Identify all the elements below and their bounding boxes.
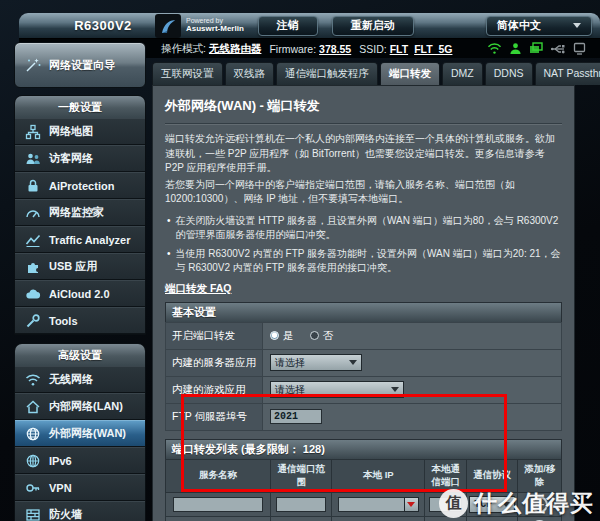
sidebar-item-label: Traffic Analyzer bbox=[49, 234, 131, 246]
port-range-input[interactable] bbox=[276, 497, 327, 512]
sidebar-item-aicloud[interactable]: AiCloud 2.0 bbox=[15, 280, 145, 307]
local-ip-input[interactable] bbox=[338, 497, 404, 512]
sidebar-item-tools[interactable]: Tools bbox=[15, 307, 145, 334]
cloud-icon bbox=[24, 286, 41, 302]
sidebar-item-label: USB 应用 bbox=[49, 259, 97, 274]
sidebar-item-vpn[interactable]: VPN bbox=[15, 474, 145, 501]
basic-config-table: 开启端口转发 是 否 内建的服务器应用 请选择 bbox=[165, 322, 562, 431]
sidebar: 网络设置向导 一般设置 网络地图 访客网络 AiProtection 网络监控家 bbox=[14, 42, 146, 521]
smzdm-logo-icon: 值 bbox=[439, 489, 468, 518]
tab-ddns[interactable]: DDNS bbox=[485, 62, 533, 85]
cell-port-range: 6800 bbox=[270, 516, 331, 521]
local-ip-dropdown-button[interactable] bbox=[404, 497, 419, 512]
sidebar-item-label: 外部网络(WAN) bbox=[49, 426, 126, 441]
globe-icon bbox=[24, 426, 41, 442]
network-map-icon bbox=[24, 124, 41, 140]
tab-nat-passthrough[interactable]: NAT Passthrough bbox=[535, 62, 600, 85]
merlin-logo-icon bbox=[155, 14, 181, 38]
router-model: R6300V2 bbox=[55, 18, 151, 33]
wifi-status-icon[interactable] bbox=[487, 42, 502, 55]
language-dropdown[interactable]: 简体中文 bbox=[486, 16, 592, 36]
radio-no-label: 否 bbox=[323, 329, 334, 343]
status-icons bbox=[487, 42, 586, 55]
language-label: 简体中文 bbox=[497, 18, 541, 33]
enable-radio-group: 是 否 bbox=[270, 329, 554, 343]
top-bar: R6300V2 Powered by Asuswrt-Merlin 注销 重新启… bbox=[19, 13, 600, 39]
tab-port-trigger[interactable]: 通信端口触发程序 bbox=[276, 62, 378, 85]
tab-internet-connection[interactable]: 互联网设置 bbox=[152, 62, 223, 85]
col-local-ip: 本地 IP bbox=[332, 459, 425, 492]
sidebar-item-traffic-analyzer[interactable]: Traffic Analyzer bbox=[15, 226, 145, 253]
enable-port-forwarding-label: 开启端口转发 bbox=[166, 322, 263, 349]
sidebar-item-lan[interactable]: 内部网络(LAN) bbox=[15, 393, 145, 420]
description-paragraph-2: 若您要为同一个网络中的客户端指定端口范围，请输入服务名称、端口范围（如 1020… bbox=[165, 178, 562, 207]
port-forwarding-faq-link[interactable]: 端口转发 FAQ bbox=[165, 282, 232, 296]
table-row: 内建的服务器应用 请选择 bbox=[166, 349, 562, 376]
radio-yes[interactable] bbox=[270, 331, 279, 340]
radio-no[interactable] bbox=[310, 331, 319, 340]
sidebar-item-usb-application[interactable]: USB 应用 bbox=[15, 253, 145, 280]
chevron-down-icon bbox=[407, 502, 415, 507]
table-row: 开启端口转发 是 否 bbox=[166, 322, 562, 349]
sidebar-item-network-map[interactable]: 网络地图 bbox=[15, 118, 145, 145]
clients-status-icon[interactable] bbox=[509, 42, 522, 55]
ssid-5g-link[interactable]: FLT_5G bbox=[414, 43, 452, 55]
usb-status-icon[interactable] bbox=[550, 43, 566, 55]
selected-option: 请选择 bbox=[275, 383, 305, 397]
vpn-icon bbox=[24, 480, 41, 496]
sidebar-item-label: IPv6 bbox=[49, 455, 72, 467]
guest-network-icon bbox=[24, 151, 41, 167]
sidebar-item-label: 防火墙 bbox=[49, 507, 82, 521]
logout-button[interactable]: 注销 bbox=[258, 16, 318, 36]
cell-local-ip: 192.168.0.10 bbox=[332, 516, 425, 521]
ssid-2g-link[interactable]: FLT bbox=[390, 43, 408, 55]
wan-tabs: 互联网设置 双线路 通信端口触发程序 端口转发 DMZ DDNS NAT Pas… bbox=[152, 62, 575, 85]
col-service-name: 服务名称 bbox=[166, 459, 271, 492]
sidebar-general-section: 一般设置 网络地图 访客网络 AiProtection 网络监控家 Traffi… bbox=[14, 95, 146, 335]
firmware-link[interactable]: 378.55 bbox=[319, 43, 351, 55]
merlin-branding: Powered by Asuswrt-Merlin bbox=[155, 14, 244, 38]
lock-icon bbox=[24, 178, 41, 194]
service-name-input[interactable] bbox=[173, 497, 263, 512]
sidebar-item-qos[interactable]: 网络监控家 bbox=[15, 199, 145, 226]
sidebar-item-wan[interactable]: 外部网络(WAN) bbox=[15, 420, 145, 447]
note-text: 当使用 R6300V2 内置的 FTP 服务器功能时，设置外网（WAN 端口）端… bbox=[176, 247, 562, 275]
sidebar-item-label: 无线网络 bbox=[49, 372, 93, 387]
sidebar-item-wireless[interactable]: 无线网络 bbox=[15, 366, 145, 393]
sidebar-item-aiprotection[interactable]: AiProtection bbox=[15, 172, 145, 199]
local-ip-combo bbox=[338, 497, 419, 512]
device-status-icon[interactable] bbox=[573, 42, 586, 55]
sidebar-item-quick-setup[interactable]: 网络设置向导 bbox=[14, 42, 146, 88]
famous-game-label: 内建的游戏应用 bbox=[166, 376, 263, 403]
table-row: FTP 伺服器埠号 bbox=[166, 403, 562, 430]
router-admin-page: R6300V2 Powered by Asuswrt-Merlin 注销 重新启… bbox=[0, 0, 600, 521]
printer-status-icon[interactable] bbox=[529, 42, 543, 55]
tab-dmz[interactable]: DMZ bbox=[442, 62, 483, 85]
bullet-dot: • bbox=[167, 247, 171, 275]
advanced-settings-header: 高级设置 bbox=[15, 344, 145, 366]
ftp-port-input[interactable] bbox=[270, 409, 322, 424]
sidebar-advanced-section: 高级设置 无线网络 内部网络(LAN) 外部网络(WAN) IPv6 VPN bbox=[14, 343, 146, 521]
col-port-range: 通信端口范围 bbox=[270, 459, 331, 492]
chart-line-icon bbox=[24, 232, 41, 248]
sidebar-item-firewall[interactable]: 防火墙 bbox=[15, 501, 145, 521]
sidebar-item-label: AiCloud 2.0 bbox=[49, 288, 110, 300]
op-mode-label: 操作模式: bbox=[161, 42, 206, 56]
sidebar-item-label: 网络监控家 bbox=[49, 205, 104, 220]
bullet-dot: • bbox=[167, 214, 171, 242]
famous-server-select[interactable]: 请选择 bbox=[270, 354, 362, 371]
house-icon bbox=[24, 399, 41, 415]
op-mode-link[interactable]: 无线路由器 bbox=[209, 42, 262, 56]
sidebar-item-ipv6[interactable]: IPv6 bbox=[15, 447, 145, 474]
tab-dual-wan[interactable]: 双线路 bbox=[225, 62, 275, 85]
chevron-down-icon bbox=[349, 360, 357, 365]
firewall-icon bbox=[24, 507, 41, 521]
puzzle-icon bbox=[24, 259, 41, 275]
famous-game-select[interactable]: 请选择 bbox=[270, 381, 404, 398]
gauge-icon bbox=[24, 205, 41, 221]
watermark: 值 什么值得买 bbox=[439, 488, 594, 519]
tab-port-forwarding[interactable]: 端口转发 bbox=[380, 62, 440, 85]
magic-wand-icon bbox=[24, 56, 42, 74]
sidebar-item-guest-network[interactable]: 访客网络 bbox=[15, 145, 145, 172]
reboot-button[interactable]: 重新启动 bbox=[332, 16, 414, 36]
